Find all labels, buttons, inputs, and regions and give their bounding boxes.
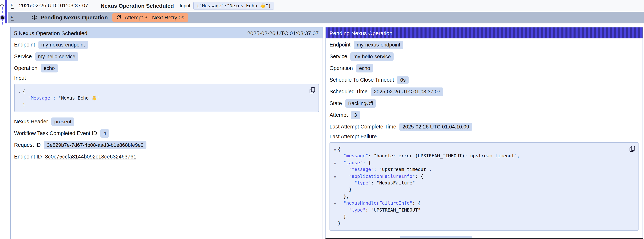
field-label: State	[330, 100, 342, 106]
field-label: Service	[330, 54, 347, 59]
field-label: Last Attempt Complete Time	[330, 124, 396, 130]
timeline-accent-bar	[5, 0, 6, 24]
event-time: 2025-02-26 UTC 01:03:37.07	[19, 2, 88, 8]
field-value-badge: 3e829b7e-7d67-4b08-aad3-b1e868bfe9e0	[44, 141, 146, 149]
field-row-endpoint: Endpoint my-nexus-endpoint	[14, 40, 319, 50]
field-row-state: State BackingOff	[330, 98, 639, 108]
field-value-badge: my-hello-service	[350, 52, 394, 60]
code-line: }	[332, 220, 628, 227]
code-line: "message": "upstream timeout",	[332, 166, 628, 173]
pending-operation-row[interactable]: 5 Pending Nexus Operation Attempt 3 · Ne…	[8, 12, 644, 24]
pending-details-panel: Pending Nexus Operation Endpoint my-nexu…	[326, 27, 643, 239]
code-line-text: "type": "NexusFailure"	[338, 180, 415, 186]
code-line-text: "Message": "Nexus Echo 👋"	[22, 94, 100, 102]
event-details-header-time: 2025-02-26 UTC 01:03:37.07	[247, 30, 319, 36]
code-line: }	[332, 186, 628, 193]
pending-details-header-title: Pending Nexus Operation	[330, 30, 392, 36]
field-label: Service	[14, 54, 32, 59]
code-line: }	[17, 102, 307, 108]
collapse-chevron-icon[interactable]: ∨	[17, 88, 22, 95]
field-row-operation: Operation echo	[14, 63, 319, 73]
collapse-chevron-icon[interactable]: ∨	[332, 147, 338, 154]
collapse-chevron-icon[interactable]: ∨	[332, 201, 338, 208]
event-id-link[interactable]: 5	[10, 2, 14, 8]
code-line-gutter	[332, 214, 338, 221]
code-line-text: }	[338, 186, 352, 193]
failure-json-block: ∨{ "message": "handler error (UPSTREAM_T…	[330, 142, 639, 230]
retry-badge: Attempt 3 · Next Retry 0s	[112, 13, 188, 22]
code-line-text: {	[338, 146, 341, 153]
pending-title: Pending Nexus Operation	[41, 14, 108, 21]
field-label: Endpoint ID	[14, 154, 42, 160]
code-line: ∨ "cause": {	[332, 160, 628, 166]
event-details-header-title: 5 Nexus Operation Scheduled	[14, 30, 87, 36]
code-line-text: "type": "UPSTREAM_TIMEOUT"	[338, 206, 421, 214]
code-line-gutter	[332, 221, 338, 228]
field-label: Endpoint	[330, 42, 350, 48]
field-value-badge: 4	[100, 129, 109, 138]
pending-asterisk-icon	[32, 15, 37, 20]
field-label: Workflow Task Completed Event ID	[14, 130, 97, 136]
code-line-gutter	[332, 207, 338, 214]
code-line: ∨ "nexusHandlerFailureInfo": {	[332, 200, 628, 207]
field-value-badge: my-hello-service	[35, 52, 78, 60]
code-line-gutter	[332, 194, 338, 201]
endpoint-id-link[interactable]: 3c0c75ccfa8144b092c13ce632463761	[45, 154, 136, 160]
field-value-badge: present	[51, 117, 74, 126]
code-line-text: "applicationFailureInfo": {	[338, 173, 424, 180]
code-line: ∨ "applicationFailureInfo": {	[332, 173, 628, 180]
field-label: Operation	[330, 65, 353, 71]
collapse-chevron-icon[interactable]: ∨	[332, 174, 338, 180]
failure-block-label: Last Attempt Failure	[330, 134, 639, 141]
field-value-badge: 3	[351, 111, 360, 119]
field-label: Operation	[14, 65, 37, 71]
copy-icon[interactable]	[309, 87, 315, 94]
field-row-request-id: Request ID 3e829b7e-7d67-4b08-aad3-b1e86…	[14, 140, 319, 150]
code-line-gutter	[332, 180, 338, 187]
code-line-text: "nexusHandlerFailureInfo": {	[338, 200, 421, 207]
field-label: Request ID	[14, 142, 41, 148]
code-line-text: {	[22, 88, 25, 94]
code-line: "message": "handler error (UPSTREAM_TIME…	[332, 153, 628, 160]
field-row-attempt: Attempt 3	[330, 110, 639, 120]
code-line: "Message": "Nexus Echo 👋"	[17, 94, 307, 102]
field-row-service: Service my-hello-service	[330, 52, 639, 61]
code-line-text: }	[338, 214, 346, 220]
field-row-schedule-to-close: Schedule To Close Timeout 0s	[330, 75, 639, 84]
event-input-label: Input	[180, 3, 190, 8]
code-line: },	[332, 193, 628, 200]
timeline-pending-marker-icon	[0, 16, 4, 19]
field-value-badge: 2025-02-26 UTC 01:04:10.09	[400, 122, 472, 131]
field-row-scheduled-time: Scheduled Time 2025-02-26 UTC 01:03:37.0…	[330, 87, 639, 96]
code-line-text: "message": "handler error (UPSTREAM_TIME…	[338, 153, 520, 160]
event-history-row[interactable]: 5 2025-02-26 UTC 01:03:37.07 Nexus Opera…	[8, 0, 644, 11]
pending-id-link[interactable]: 5	[10, 15, 14, 20]
field-label: Schedule To Close Timeout	[330, 77, 394, 83]
event-input-chip: {"Message":"Nexus Echo 👋"}	[193, 2, 274, 9]
field-value-badge: my-nexus-endpoint	[354, 40, 403, 49]
field-row-wft-completed-id: Workflow Task Completed Event ID 4	[14, 128, 319, 138]
field-value-badge: 2025-02-26 UTC 01:03:37.07	[371, 87, 443, 96]
field-value-badge: 0s	[398, 76, 409, 84]
code-line-gutter	[17, 95, 22, 102]
collapse-chevron-icon[interactable]: ∨	[332, 160, 338, 167]
event-details-panel: 5 Nexus Operation Scheduled 2025-02-26 U…	[10, 27, 323, 239]
retry-badge-text: Attempt 3 · Next Retry 0s	[125, 15, 184, 20]
field-value-badge: BackingOff	[345, 99, 376, 108]
copy-icon[interactable]	[629, 146, 635, 152]
code-line-text: }	[338, 220, 341, 227]
event-title: Nexus Operation Scheduled	[100, 2, 174, 8]
pending-details-header: Pending Nexus Operation	[326, 28, 642, 38]
input-block-label: Input	[14, 75, 319, 82]
code-line: ∨{	[332, 146, 628, 153]
code-line-text: "cause": {	[338, 160, 371, 166]
field-row-endpoint-id: Endpoint ID 3c0c75ccfa8144b092c13ce63246…	[14, 152, 319, 162]
field-value-badge: echo	[41, 64, 58, 72]
field-value-badge: echo	[356, 64, 373, 72]
code-line-gutter	[332, 187, 338, 194]
code-line-gutter	[332, 167, 338, 174]
code-line: "type": "NexusFailure"	[332, 180, 628, 186]
workflow-history-view: 5 2025-02-26 UTC 01:03:37.07 Nexus Opera…	[0, 0, 644, 239]
field-row-last-attempt-complete: Last Attempt Complete Time 2025-02-26 UT…	[330, 122, 639, 132]
code-line: ∨{	[17, 88, 307, 94]
